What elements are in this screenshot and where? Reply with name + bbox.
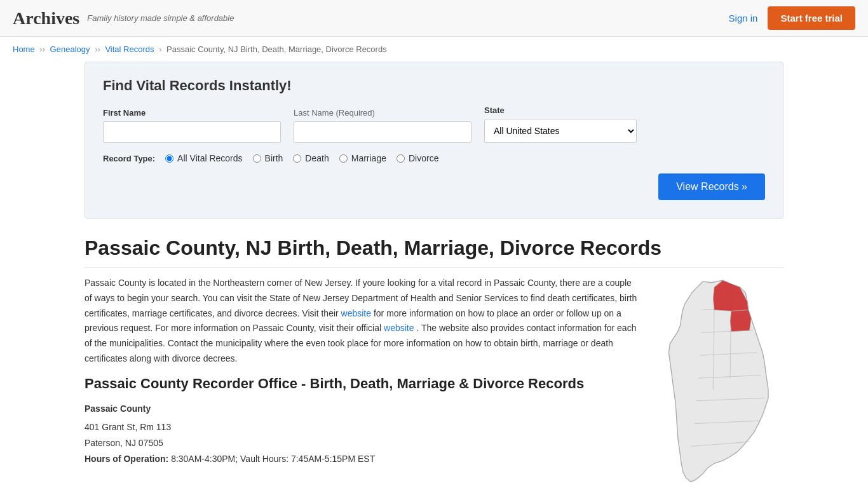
radio-marriage-label: Marriage xyxy=(351,153,386,163)
radio-death-input[interactable] xyxy=(293,154,301,163)
breadcrumb-genealogy[interactable]: Genealogy xyxy=(50,44,90,54)
address-line2: Paterson, NJ 07505 xyxy=(85,438,163,448)
header-right: Sign in Start free trial xyxy=(729,6,855,30)
address-line1: 401 Grant St, Rm 113 xyxy=(85,422,171,432)
state-group: State All United States xyxy=(484,105,637,143)
last-name-group: Last Name (Required) xyxy=(294,108,471,143)
sign-in-link[interactable]: Sign in xyxy=(729,13,758,24)
content-section: Passaic County is located in the Northea… xyxy=(85,276,783,488)
hours-label: Hours of Operation: xyxy=(85,454,168,464)
address-name: Passaic County xyxy=(85,401,637,417)
breadcrumb-vital-records[interactable]: Vital Records xyxy=(105,44,154,54)
desc-link-1[interactable]: website xyxy=(341,308,371,318)
address-block: Passaic County 401 Grant St, Rm 113 Pate… xyxy=(85,401,637,468)
radio-birth-label: Birth xyxy=(265,153,283,163)
radio-all-vital[interactable]: All Vital Records xyxy=(165,153,242,163)
breadcrumb-home[interactable]: Home xyxy=(13,44,35,54)
radio-divorce[interactable]: Divorce xyxy=(397,153,438,163)
last-name-label: Last Name (Required) xyxy=(294,108,471,118)
first-name-label: First Name xyxy=(103,108,281,118)
breadcrumb-sep-2: ›› xyxy=(95,44,100,54)
view-records-button[interactable]: View Records » xyxy=(658,173,765,200)
description-paragraph: Passaic County is located in the Northea… xyxy=(85,276,637,367)
breadcrumb: Home ›› Genealogy ›› Vital Records › Pas… xyxy=(0,37,868,62)
start-trial-button[interactable]: Start free trial xyxy=(768,6,855,30)
last-name-input[interactable] xyxy=(294,121,471,143)
search-form-row: First Name Last Name (Required) State Al… xyxy=(103,105,765,143)
radio-all-vital-input[interactable] xyxy=(165,154,173,163)
breadcrumb-sep-1: ›› xyxy=(39,44,45,54)
desc-link-2[interactable]: website xyxy=(384,323,414,333)
site-header: Archives Family history made simple & af… xyxy=(0,0,868,37)
header-left: Archives Family history made simple & af… xyxy=(13,8,234,29)
site-logo: Archives xyxy=(13,8,79,29)
page-title: Passaic County, NJ Birth, Death, Marriag… xyxy=(85,236,783,268)
radio-death-label: Death xyxy=(305,153,329,163)
hours-value: 8:30AM-4:30PM; Vault Hours: 7:45AM-5:15P… xyxy=(171,454,375,464)
state-label: State xyxy=(484,105,637,115)
nj-map-svg xyxy=(656,276,783,488)
content-text: Passaic County is located in the Northea… xyxy=(85,276,637,488)
main-content: Find Vital Records Instantly! First Name… xyxy=(72,62,796,488)
radio-divorce-input[interactable] xyxy=(397,154,405,163)
radio-birth[interactable]: Birth xyxy=(253,153,283,163)
first-name-input[interactable] xyxy=(103,121,281,143)
site-tagline: Family history made simple & affordable xyxy=(87,13,234,23)
breadcrumb-sep-3: › xyxy=(159,44,161,54)
radio-death[interactable]: Death xyxy=(293,153,329,163)
state-select[interactable]: All United States xyxy=(484,119,637,143)
nj-map xyxy=(656,276,783,488)
record-type-row: Record Type: All Vital Records Birth Dea… xyxy=(103,153,765,163)
radio-birth-input[interactable] xyxy=(253,154,261,163)
record-type-label: Record Type: xyxy=(103,154,155,163)
radio-marriage-input[interactable] xyxy=(339,154,348,163)
first-name-group: First Name xyxy=(103,108,281,143)
radio-all-vital-label: All Vital Records xyxy=(177,153,242,163)
search-box: Find Vital Records Instantly! First Name… xyxy=(85,62,783,219)
radio-marriage[interactable]: Marriage xyxy=(339,153,386,163)
search-title: Find Vital Records Instantly! xyxy=(103,78,765,94)
radio-divorce-label: Divorce xyxy=(409,153,438,163)
breadcrumb-current: Passaic County, NJ Birth, Death, Marriag… xyxy=(166,44,387,54)
sub-title: Passaic County Recorder Office - Birth, … xyxy=(85,376,637,392)
